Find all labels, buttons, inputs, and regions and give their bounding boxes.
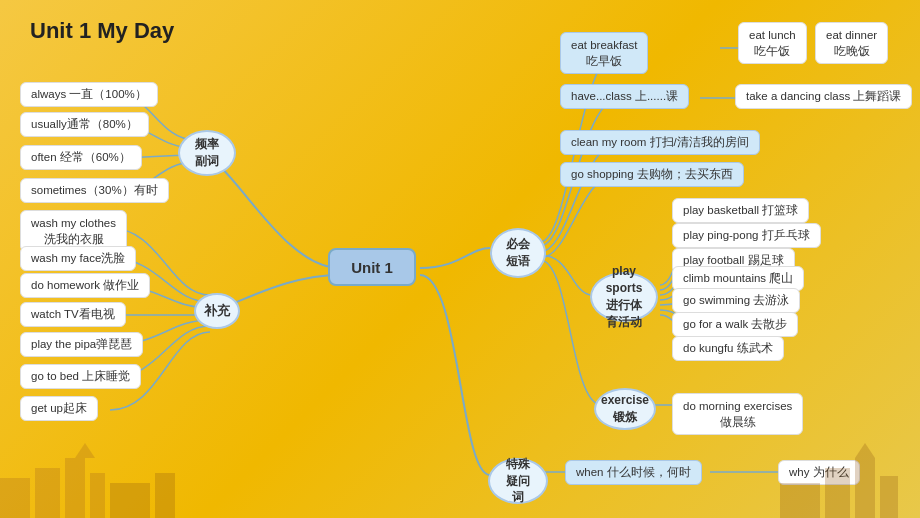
item-kungfu: do kungfu 练武术 [672, 336, 784, 361]
item-pingpong: play ping-pong 打乒乓球 [672, 223, 821, 248]
item-often: often 经常（60%） [20, 145, 142, 170]
page-title: Unit 1 My Day [30, 18, 174, 44]
center-node: Unit 1 [328, 248, 416, 286]
item-clean-room: clean my room 打扫/清洁我的房间 [560, 130, 760, 155]
bottom-decoration [0, 438, 920, 518]
svg-marker-14 [855, 443, 875, 458]
svg-marker-8 [75, 443, 95, 458]
svg-rect-10 [155, 473, 175, 518]
item-eat-breakfast: eat breakfast 吃早饭 [560, 32, 648, 74]
item-have-class: have...class 上......课 [560, 84, 689, 109]
item-go-swimming: go swimming 去游泳 [672, 288, 800, 313]
item-watch-tv: watch TV看电视 [20, 302, 126, 327]
category-buchong: 补充 [194, 293, 240, 329]
item-go-bed: go to bed 上床睡觉 [20, 364, 141, 389]
category-pinlv: 频率 副词 [178, 130, 236, 176]
svg-rect-5 [35, 468, 60, 518]
item-go-shopping: go shopping 去购物；去买东西 [560, 162, 744, 187]
item-go-walk: go for a walk 去散步 [672, 312, 798, 337]
svg-rect-13 [855, 458, 875, 518]
category-play-sports: play sports 进行体育活动 [590, 272, 658, 322]
svg-rect-9 [110, 483, 150, 518]
svg-rect-6 [65, 458, 85, 518]
item-usually: usually通常（80%） [20, 112, 149, 137]
svg-rect-4 [0, 478, 30, 518]
item-dancing-class: take a dancing class 上舞蹈课 [735, 84, 912, 109]
item-homework: do homework 做作业 [20, 273, 150, 298]
category-bihui: 必会 短语 [490, 228, 546, 278]
svg-rect-15 [880, 476, 898, 518]
item-basketball: play basketball 打篮球 [672, 198, 809, 223]
item-sometimes: sometimes（30%）有时 [20, 178, 169, 203]
svg-rect-11 [780, 483, 820, 518]
item-eat-lunch: eat lunch 吃午饭 [738, 22, 807, 64]
item-get-up: get up起床 [20, 396, 98, 421]
category-exercise: exercise 锻炼 [594, 388, 656, 430]
svg-rect-7 [90, 473, 105, 518]
item-pipa: play the pipa弹琵琶 [20, 332, 143, 357]
item-wash-face: wash my face洗脸 [20, 246, 136, 271]
item-always: always 一直（100%） [20, 82, 158, 107]
item-morning-exercises: do morning exercises 做晨练 [672, 393, 803, 435]
svg-rect-12 [825, 468, 850, 518]
item-eat-dinner: eat dinner 吃晚饭 [815, 22, 888, 64]
